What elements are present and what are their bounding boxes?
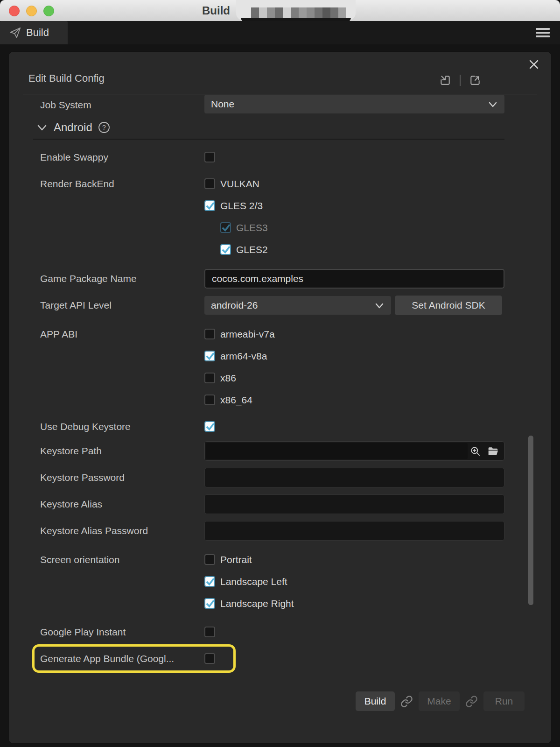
tab-label: Build bbox=[26, 27, 49, 39]
checkbox[interactable] bbox=[204, 329, 215, 339]
link-icon bbox=[465, 695, 478, 708]
checkbox[interactable] bbox=[204, 554, 215, 565]
chevron-down-icon bbox=[375, 302, 384, 310]
tab-bar: Build bbox=[0, 21, 560, 44]
checkbox-label: GLES2 bbox=[236, 244, 268, 255]
dialog-title: Edit Build Config bbox=[28, 72, 105, 85]
make-button: Make bbox=[419, 691, 460, 711]
keystore-alias-input[interactable] bbox=[204, 494, 504, 514]
checkbox-label: x86_64 bbox=[220, 395, 252, 406]
redaction-mosaic bbox=[251, 7, 346, 18]
option-gles3: GLES3 bbox=[204, 217, 504, 239]
zoom-window-button[interactable] bbox=[43, 6, 54, 16]
row-enable-swappy: Enable Swappy bbox=[40, 146, 504, 168]
field-label: Screen orientation bbox=[40, 549, 204, 571]
minimize-window-button[interactable] bbox=[26, 6, 37, 16]
option-vulkan: VULKAN bbox=[204, 173, 504, 195]
send-icon bbox=[9, 27, 21, 39]
row-keystore-alias-password: Keystore Alias Password bbox=[40, 517, 504, 544]
close-icon[interactable] bbox=[527, 57, 541, 71]
hamburger-menu-icon[interactable] bbox=[536, 28, 550, 37]
option-gles-2-3: GLES 2/3 bbox=[204, 195, 504, 217]
field-label: Job System bbox=[40, 94, 204, 115]
option-x86: x86 bbox=[204, 367, 504, 389]
row-screen-orientation: Screen orientationPortraitLandscape Left… bbox=[40, 549, 504, 614]
tab-build[interactable]: Build bbox=[0, 21, 68, 44]
checkbox-label: GLES 2/3 bbox=[220, 200, 263, 211]
link-icon bbox=[400, 695, 413, 708]
checkbox-label: arm64-v8a bbox=[220, 351, 267, 362]
keystore-password-input[interactable] bbox=[204, 468, 504, 487]
checkbox[interactable] bbox=[220, 244, 231, 255]
field-label: Keystore Path bbox=[40, 445, 204, 457]
row-job-system: Job SystemNone bbox=[40, 94, 504, 115]
game-package-name-input[interactable] bbox=[204, 269, 504, 289]
row-game-package-name: Game Package Name bbox=[40, 265, 504, 292]
field-label: Generate App Bundle (Googl... bbox=[40, 653, 204, 664]
row-keystore-path: Keystore Path bbox=[40, 437, 504, 464]
run-button: Run bbox=[483, 691, 525, 711]
checkbox[interactable] bbox=[204, 395, 215, 405]
select-value: None bbox=[211, 99, 234, 110]
row-render-backend: Render BackEndVULKANGLES 2/3GLES3GLES2 bbox=[40, 173, 504, 261]
folder-icon[interactable] bbox=[487, 445, 499, 459]
field-label: Game Package Name bbox=[40, 273, 204, 284]
google-play-instant-checkbox[interactable] bbox=[204, 627, 215, 637]
checkbox[interactable] bbox=[204, 373, 215, 383]
checkbox[interactable] bbox=[204, 351, 215, 361]
checkbox[interactable] bbox=[204, 178, 215, 189]
window-title: Build bbox=[202, 4, 230, 17]
field-label: Enable Swappy bbox=[40, 152, 204, 163]
export-build-config-icon[interactable] bbox=[469, 74, 481, 86]
checkbox-label: Portrait bbox=[220, 554, 252, 565]
help-icon[interactable]: ? bbox=[98, 121, 110, 134]
checkbox bbox=[220, 222, 231, 233]
enable-swappy-checkbox[interactable] bbox=[204, 152, 215, 162]
checkbox-label: armeabi-v7a bbox=[220, 329, 275, 340]
option-landscape-left: Landscape Left bbox=[204, 571, 504, 592]
checkbox[interactable] bbox=[204, 200, 215, 211]
field-label: Keystore Alias bbox=[40, 499, 204, 510]
field-label: Keystore Password bbox=[40, 472, 204, 483]
set-android-sdk-button[interactable]: Set Android SDK bbox=[395, 296, 502, 315]
generate-app-bundle-checkbox[interactable] bbox=[204, 653, 215, 664]
option-landscape-right: Landscape Right bbox=[204, 592, 504, 614]
chevron-down-icon[interactable] bbox=[37, 124, 47, 131]
option-gles2: GLES2 bbox=[204, 239, 504, 261]
section-android-section: Android? bbox=[40, 116, 504, 139]
option-x86-64: x86_64 bbox=[204, 389, 504, 411]
window-titlebar: Build bbox=[0, 0, 560, 21]
footer-actions: Build Make Run bbox=[356, 691, 525, 711]
checkbox-label: Landscape Right bbox=[220, 598, 294, 609]
redacted-region bbox=[236, 0, 356, 21]
toolbar-divider bbox=[460, 75, 461, 86]
row-target-api-level: Target API Levelandroid-26Set Android SD… bbox=[40, 292, 504, 318]
checkbox-label: VULKAN bbox=[220, 178, 259, 190]
keystore-alias-password-input[interactable] bbox=[204, 521, 504, 541]
checkbox[interactable] bbox=[204, 576, 215, 587]
checkbox-label: Landscape Left bbox=[220, 576, 287, 587]
row-app-abi: APP ABIarmeabi-v7aarm64-v8ax86x86_64 bbox=[40, 323, 504, 411]
checkbox[interactable] bbox=[204, 598, 215, 609]
row-use-debug-keystore: Use Debug Keystore bbox=[40, 416, 504, 437]
close-window-button[interactable] bbox=[9, 6, 20, 16]
checkbox-label: GLES3 bbox=[236, 222, 268, 233]
target-api-level-select[interactable]: android-26 bbox=[204, 296, 391, 315]
field-label: Keystore Alias Password bbox=[40, 525, 204, 536]
svg-text:?: ? bbox=[102, 124, 106, 131]
build-button[interactable]: Build bbox=[356, 691, 395, 711]
edit-build-config-dialog: Edit Build Config Job SystemNoneAndroid?… bbox=[8, 51, 552, 744]
row-google-play-instant: Google Play Instant bbox=[40, 621, 504, 643]
row-keystore-password: Keystore Password bbox=[40, 464, 504, 491]
field-label: Google Play Instant bbox=[40, 627, 204, 638]
import-build-config-icon[interactable] bbox=[439, 74, 451, 86]
chevron-down-icon bbox=[489, 101, 497, 109]
vertical-scrollbar-thumb[interactable] bbox=[528, 436, 533, 605]
job-system-select[interactable]: None bbox=[204, 95, 504, 113]
row-keystore-alias: Keystore Alias bbox=[40, 491, 504, 517]
section-label: Android bbox=[54, 121, 92, 134]
option-arm64-v8a: arm64-v8a bbox=[204, 345, 504, 367]
keystore-path-input[interactable] bbox=[204, 441, 504, 461]
zoom-icon[interactable] bbox=[469, 445, 482, 459]
use-debug-keystore-checkbox[interactable] bbox=[204, 421, 215, 432]
